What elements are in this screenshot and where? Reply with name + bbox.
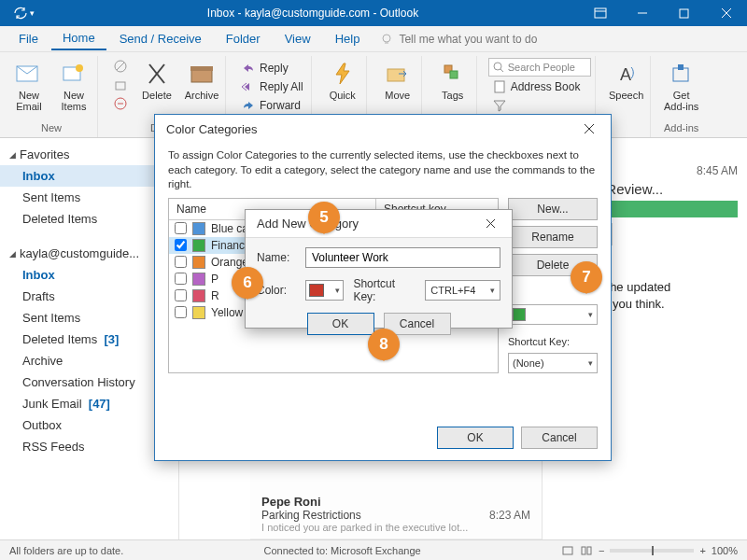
callout-7: 7 <box>571 261 602 293</box>
dlg2-name-input[interactable] <box>305 247 500 268</box>
funnel-icon <box>492 98 507 113</box>
status-left: All folders are up to date. <box>9 545 123 556</box>
ribbon-opts-button[interactable] <box>579 0 621 26</box>
view-reading-icon[interactable] <box>580 544 593 557</box>
category-checkbox[interactable] <box>175 239 187 251</box>
address-book-button[interactable]: Address Book <box>488 78 591 95</box>
nav-inbox2[interactable]: Inbox2 <box>0 264 178 286</box>
nav-sent[interactable]: Sent Items <box>0 187 178 208</box>
dlg1-color-combo[interactable]: ▾ <box>508 304 598 325</box>
nav-archive[interactable]: Archive <box>0 350 178 371</box>
nav-deleted[interactable]: Deleted Items <box>0 208 178 230</box>
view-normal-icon[interactable] <box>561 544 574 557</box>
category-checkbox[interactable] <box>175 289 187 301</box>
dlg2-shortcut-label: Shortcut Key: <box>353 277 416 303</box>
search-people-input[interactable]: Search People <box>488 58 591 77</box>
zoom-slider[interactable] <box>610 549 694 553</box>
junk-icon <box>113 96 128 111</box>
search-icon <box>493 62 504 73</box>
speech-icon: A <box>616 62 637 86</box>
tags-button[interactable]: Tags <box>433 56 472 101</box>
reply-button[interactable]: Reply <box>237 60 307 77</box>
account-header[interactable]: ◢kayla@customguide... <box>0 243 178 264</box>
maximize-button[interactable] <box>663 0 705 26</box>
close-button[interactable] <box>705 0 747 26</box>
category-swatch <box>192 273 205 286</box>
forward-button[interactable]: Forward <box>237 97 307 114</box>
quick-steps-button[interactable]: Quick <box>323 56 362 101</box>
speech-button[interactable]: ASpeech <box>607 56 646 101</box>
sync-icon <box>13 6 28 21</box>
nav-conversation-history[interactable]: Conversation History <box>0 371 178 393</box>
ignore-button[interactable] <box>109 58 132 75</box>
delete-button[interactable]: Delete <box>137 56 176 101</box>
junk-button[interactable] <box>109 95 132 112</box>
minimize-button[interactable] <box>621 0 663 26</box>
category-swatch <box>192 239 205 252</box>
dlg1-cancel-button[interactable]: Cancel <box>521 427 598 449</box>
svg-rect-27 <box>673 68 688 81</box>
category-checkbox[interactable] <box>175 273 187 285</box>
title-bar: ▾ Inbox - kayla@customguide.com - Outloo… <box>0 0 747 26</box>
new-email-button[interactable]: New Email <box>9 56 49 112</box>
menu-view[interactable]: View <box>274 28 322 49</box>
category-checkbox[interactable] <box>175 256 187 268</box>
bulb-icon <box>380 33 393 46</box>
category-swatch <box>192 222 205 235</box>
addins-icon <box>669 63 694 85</box>
svg-rect-18 <box>191 69 212 82</box>
nav-drafts[interactable]: Drafts <box>0 286 178 307</box>
svg-rect-3 <box>680 9 688 18</box>
zoom-controls[interactable]: − + 100% <box>561 544 738 557</box>
category-swatch <box>192 289 205 302</box>
rename-category-button[interactable]: Rename <box>508 226 598 248</box>
menu-help[interactable]: Help <box>324 28 372 49</box>
cleanup-button[interactable] <box>109 77 132 93</box>
callout-6: 6 <box>232 267 263 299</box>
dlg1-shortcut-label: Shortcut Key: <box>508 336 598 347</box>
dlg1-close-button[interactable] <box>575 115 603 143</box>
archive-icon <box>190 63 214 84</box>
filter-email-button[interactable] <box>488 97 591 114</box>
move-button[interactable]: Move <box>378 56 417 101</box>
close-icon <box>486 218 496 229</box>
dlg1-shortcut-combo[interactable]: (None)▾ <box>508 353 598 373</box>
zoom-value: 100% <box>712 545 738 556</box>
svg-point-23 <box>494 63 501 70</box>
svg-rect-13 <box>116 82 125 90</box>
dlg2-ok-button[interactable]: OK <box>307 313 374 335</box>
menu-file[interactable]: File <box>7 28 49 49</box>
category-checkbox[interactable] <box>175 306 187 318</box>
status-bar: All folders are up to date. Connected to… <box>0 539 747 560</box>
nav-junk[interactable]: Junk Email [47] <box>0 393 178 414</box>
svg-point-6 <box>383 35 390 42</box>
dlg1-ok-button[interactable]: OK <box>437 427 514 449</box>
svg-rect-20 <box>388 69 404 81</box>
category-checkbox[interactable] <box>175 222 187 234</box>
nav-inbox[interactable]: Inbox2 <box>0 165 178 187</box>
menu-send-receive[interactable]: Send / Receive <box>108 28 213 49</box>
tell-me-box[interactable]: Tell me what you want to do <box>380 33 537 46</box>
menu-home[interactable]: Home <box>51 27 106 50</box>
dlg2-shortcut-combo[interactable]: CTRL+F4▾ <box>425 280 500 301</box>
category-swatch <box>192 256 205 269</box>
dlg2-color-combo[interactable]: ▾ <box>305 280 344 301</box>
new-items-button[interactable]: New Items <box>54 56 93 112</box>
favorites-header[interactable]: ◢Favorites <box>0 144 178 165</box>
message-row[interactable]: Pepe Roni Parking Restrictions8:23 AM I … <box>250 489 542 539</box>
nav-deleted2[interactable]: Deleted Items [3] <box>0 329 178 350</box>
nav-outbox[interactable]: Outbox <box>0 414 178 436</box>
get-addins-button[interactable]: Get Add-ins <box>662 56 701 112</box>
sync-button[interactable]: ▾ <box>0 6 47 21</box>
nav-rss[interactable]: RSS Feeds <box>0 436 178 457</box>
nav-sent2[interactable]: Sent Items <box>0 307 178 329</box>
reply-all-button[interactable]: Reply All <box>237 78 307 95</box>
archive-button[interactable]: Archive <box>182 56 221 101</box>
dlg2-color-label: Color: <box>257 284 300 297</box>
svg-line-24 <box>500 69 503 72</box>
forward-icon <box>241 98 256 113</box>
new-category-button[interactable]: New... <box>508 198 598 220</box>
menu-folder[interactable]: Folder <box>215 28 272 49</box>
dlg2-close-button[interactable] <box>476 210 504 238</box>
svg-rect-0 <box>595 8 606 18</box>
